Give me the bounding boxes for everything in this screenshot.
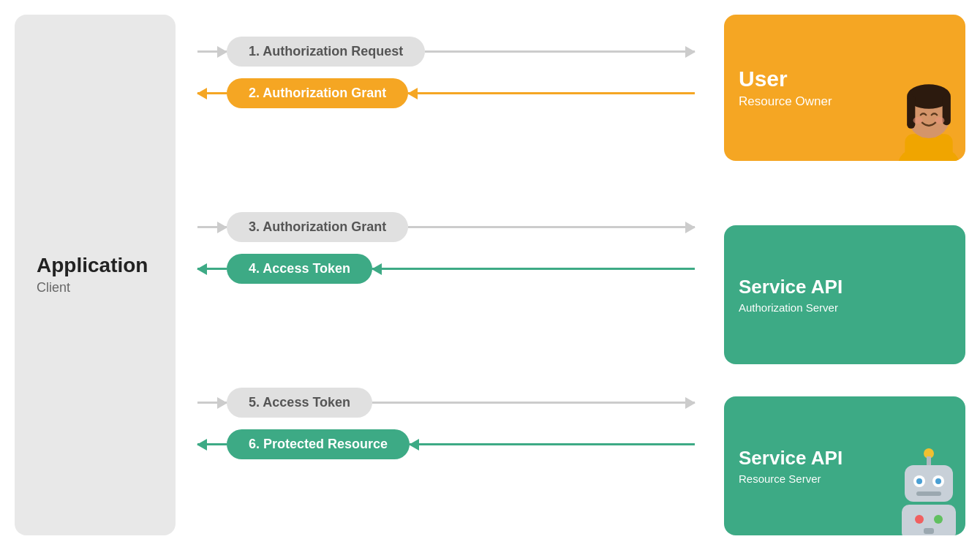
- step5-pill: 5. Access Token: [227, 388, 372, 418]
- right-area: User Resource Owner: [717, 0, 980, 550]
- service-resource-box: Service API Resource Server: [724, 396, 965, 535]
- spacer-1: [724, 173, 965, 206]
- step2-left-arrow: [197, 92, 227, 94]
- spacer-2: [724, 376, 965, 385]
- app-title: Application: [37, 255, 148, 277]
- svg-point-8: [935, 117, 944, 124]
- left-panel: Application Client: [15, 15, 176, 535]
- svg-rect-20: [924, 528, 934, 534]
- section-mid: 3. Authorization Grant 4. Access Token: [197, 212, 695, 295]
- step4-right-arrow: [372, 268, 695, 270]
- step4-row: 4. Access Token: [197, 254, 695, 284]
- step1-left-arrow: [197, 50, 227, 53]
- step6-right-arrow: [410, 443, 695, 445]
- svg-rect-5: [907, 94, 915, 129]
- step4-pill: 4. Access Token: [227, 254, 372, 284]
- app-subtitle: Client: [37, 280, 70, 295]
- step3-row: 3. Authorization Grant: [197, 212, 695, 242]
- svg-rect-16: [916, 491, 941, 496]
- svg-point-7: [913, 117, 923, 124]
- section-bot: 5. Access Token 6. Protected Resource: [197, 388, 695, 471]
- step1-row: 1. Authorization Request: [197, 37, 695, 67]
- service-auth-title: Service API: [739, 276, 951, 298]
- svg-point-19: [934, 515, 943, 524]
- flow-area: 1. Authorization Request 2. Authorizatio…: [190, 15, 702, 535]
- step3-pill: 3. Authorization Grant: [227, 212, 408, 242]
- step4-left-arrow: [197, 268, 227, 270]
- step3-right-arrow: [408, 226, 695, 228]
- step5-right-arrow: [372, 402, 695, 404]
- step6-row: 6. Protected Resource: [197, 429, 695, 459]
- robot-avatar-icon: [889, 448, 965, 535]
- svg-point-18: [915, 515, 924, 524]
- step2-pill: 2. Authorization Grant: [227, 78, 408, 108]
- step5-left-arrow: [197, 402, 227, 404]
- middle-area: 1. Authorization Request 2. Authorizatio…: [176, 0, 717, 550]
- user-avatar-icon: [885, 66, 965, 161]
- step5-row: 5. Access Token: [197, 388, 695, 418]
- user-box: User Resource Owner: [724, 15, 965, 161]
- step2-row: 2. Authorization Grant: [197, 78, 695, 108]
- diagram-container: Application Client 1. Authorization Requ…: [0, 0, 980, 550]
- svg-point-15: [935, 478, 941, 484]
- step3-left-arrow: [197, 226, 227, 228]
- step6-left-arrow: [197, 443, 227, 445]
- svg-rect-11: [905, 465, 953, 502]
- service-auth-box: Service API Authorization Server: [724, 225, 965, 364]
- step6-pill: 6. Protected Resource: [227, 429, 410, 459]
- step1-right-arrow: [425, 50, 695, 53]
- svg-rect-10: [927, 456, 931, 467]
- section-top: 1. Authorization Request 2. Authorizatio…: [197, 37, 695, 120]
- step1-pill: 1. Authorization Request: [227, 37, 425, 67]
- svg-point-14: [916, 478, 922, 484]
- service-auth-subtitle: Authorization Server: [739, 301, 951, 314]
- step2-right-arrow: [408, 92, 695, 94]
